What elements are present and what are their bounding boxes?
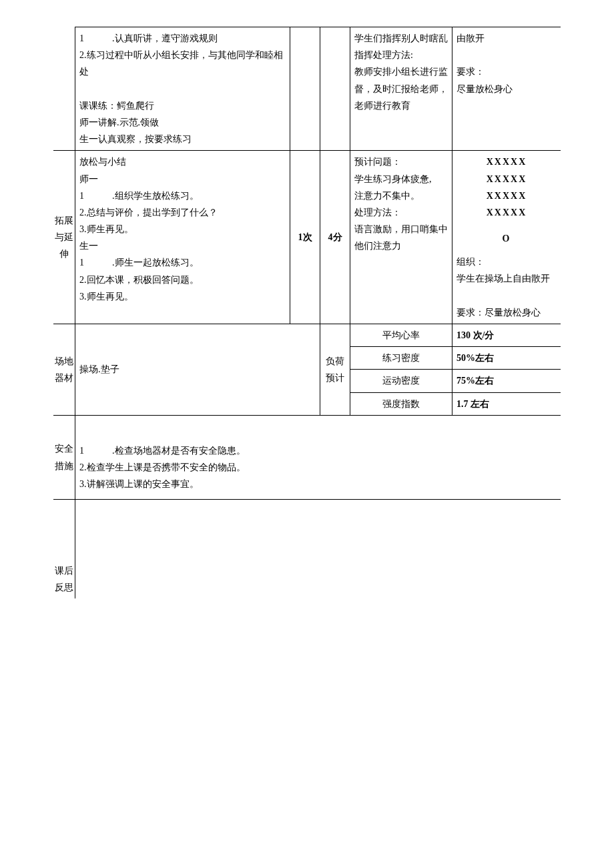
row1-problem: 学生们指挥别人时瞎乱指挥处理方法: 教师安排小组长进行监督，及时汇报给老师，老师… [350, 27, 452, 151]
row3-content: 操场.垫子 [75, 324, 320, 416]
diagram-line: XXXXX [456, 187, 557, 204]
diagram-line: XXXXX [456, 171, 557, 187]
row5-content [75, 500, 561, 599]
row2-org-text: 组织： 学生在操场上自由散开 要求：尽量放松身心 [456, 254, 557, 321]
row4-content: 1 .检查场地器材是否有安全隐患。 2.检查学生上课是否携带不安全的物品。 3.… [75, 415, 561, 500]
row1-min [320, 27, 350, 151]
diagram-line: O [456, 230, 557, 247]
row1-content: 1 .认真听讲，遵守游戏规则 2.练习过程中听从小组长安排，与其他同学和睦相处 … [75, 27, 290, 151]
diagram-gap [456, 221, 557, 230]
metric-value-3: 1.7 左右 [452, 392, 561, 415]
row2-org: XXXXX XXXXX XXXXX XXXXX O 组织： 学生在操场上自由散开… [452, 151, 561, 324]
metric-label-2: 运动密度 [350, 370, 452, 392]
row5-label: 课后反思 [53, 500, 75, 599]
row2-label: 拓展与延伸 [53, 151, 75, 324]
row2-count: 1次 [290, 151, 320, 324]
row1-label-placeholder [53, 27, 75, 151]
row2-min: 4分 [320, 151, 350, 324]
row1-count [290, 27, 320, 151]
row2-problem: 预计问题： 学生练习身体疲惫, 注意力不集中。 处理方法： 语言激励，用口哨集中… [350, 151, 452, 324]
load-label: 负荷预计 [320, 324, 350, 416]
formation-diagram: XXXXX XXXXX XXXXX XXXXX O [456, 153, 557, 247]
metric-label-3: 强度指数 [350, 392, 452, 415]
row1-org: 由散开 要求： 尽量放松身心 [452, 27, 561, 151]
metric-value-2: 75%左右 [452, 370, 561, 392]
row3-label: 场地器材 [53, 324, 75, 416]
metric-label-0: 平均心率 [350, 324, 452, 347]
metric-label-1: 练习密度 [350, 347, 452, 370]
diagram-line: XXXXX [456, 204, 557, 221]
row4-label: 安全措施 [53, 415, 75, 500]
row2-content: 放松与小结 师一 1 .组织学生放松练习。 2.总结与评价，提出学到了什么？ 3… [75, 151, 290, 324]
metric-value-1: 50%左右 [452, 347, 561, 370]
lesson-plan-table: 1 .认真听讲，遵守游戏规则 2.练习过程中听从小组长安排，与其他同学和睦相处 … [53, 27, 561, 598]
diagram-line: XXXXX [456, 153, 557, 170]
metric-value-0: 130 次/分 [452, 324, 561, 347]
